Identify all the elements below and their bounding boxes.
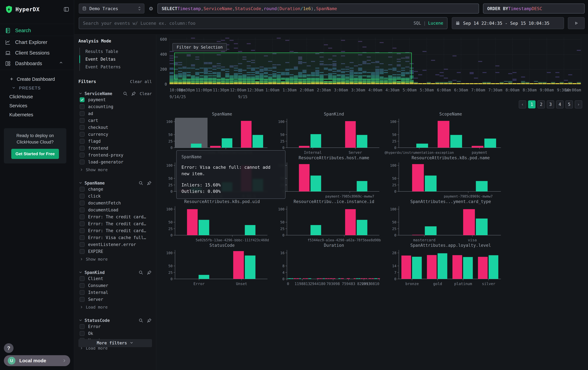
sidebar-item-chart-explorer[interactable]: Chart Explorer xyxy=(0,37,74,48)
filter-option-load-generator[interactable]: load-generator xyxy=(78,159,152,165)
filter-option-documentfetch[interactable]: documentFetch xyxy=(78,200,152,206)
select-query-input[interactable]: SELECT Timestamp, ServiceName, StatusCod… xyxy=(158,4,479,13)
checkbox[interactable] xyxy=(80,297,84,302)
filter-option-expire[interactable]: EXPIRE xyxy=(78,248,152,255)
delta-chart-card-type[interactable]: SpanAttributes...yment.card_type02550100… xyxy=(390,199,503,241)
show-more-button[interactable]: Show more xyxy=(78,255,152,263)
preset-dashboard-services[interactable]: Services xyxy=(0,101,74,110)
delta-chart-k8s-pod-uid[interactable]: ResourceAttributes.k8s.pod.uid025501005e… xyxy=(166,199,269,241)
checkbox[interactable] xyxy=(80,139,84,144)
gear-icon[interactable]: ⚙ xyxy=(147,5,155,12)
checkbox[interactable] xyxy=(80,187,84,192)
filter-option-frontend-proxy[interactable]: frontend-proxy xyxy=(78,152,152,159)
checkbox[interactable] xyxy=(80,208,84,212)
checkbox[interactable] xyxy=(80,221,84,226)
help-button[interactable]: ? xyxy=(4,343,13,353)
filter-option-frontend[interactable]: frontend xyxy=(78,145,152,151)
time-range-picker[interactable]: Sep 14 22:04:35 - Sep 15 10:04:35 xyxy=(452,17,564,29)
analysis-mode-event-deltas[interactable]: Event Deltas xyxy=(79,55,152,63)
filter-option-change[interactable]: change xyxy=(78,186,152,192)
checkbox[interactable] xyxy=(80,125,84,130)
checkbox[interactable] xyxy=(80,160,84,164)
delta-chart-spankind[interactable]: SpanKind02550100InternalServer xyxy=(278,112,381,154)
filter-option-client[interactable]: Client xyxy=(78,275,152,282)
checkbox[interactable] xyxy=(80,104,84,109)
checkbox[interactable] xyxy=(80,132,84,137)
create-dashboard-button[interactable]: Create Dashboard xyxy=(0,74,74,84)
page-button-5[interactable]: 5 xyxy=(566,100,573,109)
checkbox[interactable] xyxy=(80,200,84,205)
filter-option-ok[interactable]: Ok xyxy=(78,330,152,337)
clear-all-button[interactable]: Clear all xyxy=(130,79,152,84)
filter-option-server[interactable]: Server xyxy=(78,296,152,303)
sidebar-item-client-sessions[interactable]: Client Sessions xyxy=(0,48,74,58)
checkbox[interactable] xyxy=(80,283,84,288)
more-filters-button[interactable]: More filters xyxy=(78,339,152,347)
checkbox[interactable] xyxy=(80,97,84,102)
filter-option-error-visa-cache-full[interactable]: Error: Visa cache full: … xyxy=(78,234,152,241)
checkbox[interactable] xyxy=(80,228,84,233)
show-more-button[interactable]: Show more xyxy=(78,166,152,173)
sidebar-item-dashboards[interactable]: Dashboards xyxy=(0,58,74,69)
next-page-button[interactable]: › xyxy=(575,100,582,109)
filter-option-checkout[interactable]: checkout xyxy=(78,124,152,131)
analysis-mode-results-table[interactable]: Results Table xyxy=(79,48,152,55)
filter-option-documentload[interactable]: documentLoad xyxy=(78,207,152,213)
checkbox[interactable] xyxy=(80,111,84,116)
load-more-button[interactable]: Load more xyxy=(78,303,152,311)
page-button-2[interactable]: 2 xyxy=(537,100,545,109)
delta-chart-service-instance-id[interactable]: ResourceAttribu..ice.instance.id02550100… xyxy=(278,199,381,241)
page-button-1[interactable]: 1 xyxy=(528,100,536,109)
filter-option-error-the-credit-card[interactable]: Error: The credit card (… xyxy=(78,227,152,234)
filter-option-internal[interactable]: Internal xyxy=(78,289,152,296)
delta-chart-k8s-pod-name[interactable]: ResourceAttributes.k8s.pod.name02550100p… xyxy=(390,155,503,198)
checkbox[interactable] xyxy=(80,146,84,150)
preset-dashboard-clickhouse[interactable]: ClickHouse xyxy=(0,92,74,101)
checkbox[interactable] xyxy=(80,242,84,247)
page-button-4[interactable]: 4 xyxy=(556,100,564,109)
delta-chart-loyalty-level[interactable]: SpanAttributes.app.loyalty.level071428br… xyxy=(390,243,503,285)
checkbox[interactable] xyxy=(80,235,84,240)
delta-chart-host-name[interactable]: ResourceAttributes.host.name02550100paym… xyxy=(278,155,381,198)
filter-option-click[interactable]: click xyxy=(78,193,152,200)
filter-option-error-the-credit-card[interactable]: Error: The credit card (… xyxy=(78,213,152,220)
filter-option-payment[interactable]: payment xyxy=(78,96,152,103)
filter-option-accounting[interactable]: accounting xyxy=(78,103,152,110)
delta-chart-spanname[interactable]: SpanName02550100oteldemo.PaymentService/… xyxy=(166,112,269,154)
checkbox[interactable] xyxy=(80,194,84,199)
filter-option-consumer[interactable]: Consumer xyxy=(78,282,152,289)
filter-clear-button[interactable]: Clear xyxy=(140,91,152,96)
checkbox[interactable] xyxy=(80,276,84,281)
get-started-button[interactable]: Get Started for Free xyxy=(11,149,59,159)
orderby-input[interactable]: ORDER BY Timestamp DESC xyxy=(483,4,585,13)
presets-toggle[interactable]: PRESETS xyxy=(0,84,74,92)
filter-option-currency[interactable]: currency xyxy=(78,131,152,138)
filter-option-error[interactable]: Error xyxy=(78,323,152,330)
delta-chart-duration[interactable]: Duration04816011988132944180703098759483… xyxy=(278,243,381,285)
filter-option-cart[interactable]: cart xyxy=(78,117,152,124)
filter-option-error-the-credit-card[interactable]: Error: The credit card (… xyxy=(78,220,152,227)
run-query-button[interactable] xyxy=(568,17,585,29)
local-mode-pill[interactable]: U Local mode xyxy=(4,355,70,366)
page-button-3[interactable]: 3 xyxy=(547,100,554,109)
analysis-mode-event-patterns[interactable]: Event Patterns xyxy=(79,63,152,71)
checkbox[interactable] xyxy=(80,249,84,254)
checkbox[interactable] xyxy=(80,153,84,158)
prev-page-button[interactable]: ‹ xyxy=(519,100,526,109)
checkbox[interactable] xyxy=(80,118,84,123)
delta-chart-statuscode[interactable]: StatusCode02550100ErrorUnset xyxy=(166,243,269,285)
collapse-sidebar-icon[interactable] xyxy=(63,6,69,12)
lucene-toggle[interactable]: Lucene xyxy=(428,21,443,26)
sidebar-item-search[interactable]: Search xyxy=(0,25,74,36)
checkbox[interactable] xyxy=(80,324,84,329)
delta-chart-scopename[interactable]: ScopeName02550100@hyperdx/instrumentatio… xyxy=(390,112,503,154)
filter-by-selection-button[interactable]: Filter by Selection xyxy=(172,43,227,51)
filter-option-eventlistener-error[interactable]: eventListener.error xyxy=(78,241,152,248)
checkbox[interactable] xyxy=(80,290,84,295)
search-input[interactable] xyxy=(83,21,413,26)
filter-option-flagd[interactable]: flagd xyxy=(78,138,152,145)
filter-option-ad[interactable]: ad xyxy=(78,110,152,117)
preset-dashboard-kubernetes[interactable]: Kubernetes xyxy=(0,110,74,119)
sql-toggle[interactable]: SQL xyxy=(413,21,421,26)
source-select[interactable]: Demo Traces xyxy=(79,4,144,13)
